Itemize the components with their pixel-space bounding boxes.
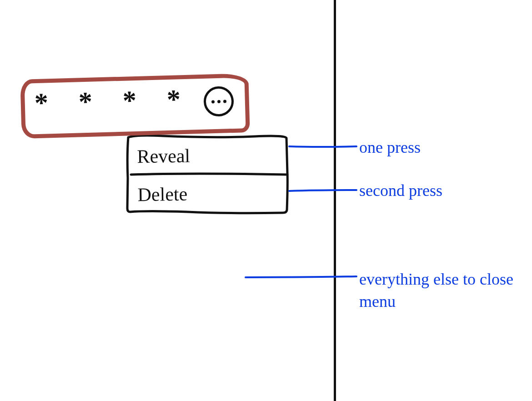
- password-masked-value: * * * *: [34, 83, 193, 119]
- ellipsis-dot: [223, 100, 226, 103]
- annotation-close-menu: everything else to close menu: [359, 268, 518, 312]
- annotation-one-press: one press: [359, 136, 421, 159]
- annotation-second-press: second press: [359, 180, 442, 202]
- layout-divider: [334, 0, 336, 401]
- menu-item-reveal[interactable]: Reveal: [127, 135, 297, 175]
- sketch-canvas: * * * * Reveal Delete one press second p…: [0, 0, 532, 401]
- context-menu: Reveal Delete: [127, 135, 288, 214]
- ellipsis-dot: [211, 100, 214, 103]
- menu-item-delete[interactable]: Delete: [127, 173, 298, 214]
- ellipsis-dot: [217, 100, 220, 103]
